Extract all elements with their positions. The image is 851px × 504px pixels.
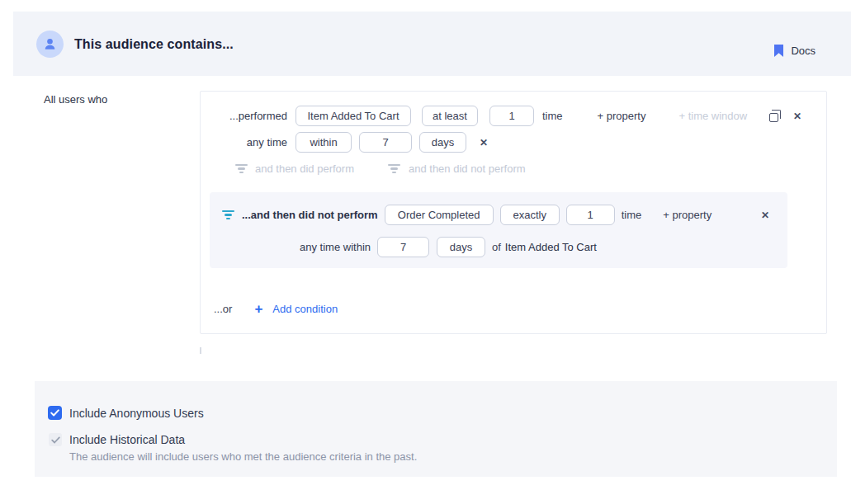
remove-condition-icon[interactable]: ✕	[793, 111, 801, 121]
sub-duration-unit-button[interactable]: days	[437, 237, 485, 257]
condition-panel: ...performed Item Added To Cart at least…	[200, 91, 827, 334]
then-options-row: and then did perform and then did not pe…	[234, 163, 826, 175]
funnel-icon	[388, 164, 401, 174]
historical-data-label[interactable]: Include Historical Data	[69, 433, 185, 446]
subcondition-row: ...and then did not perform Order Comple…	[210, 205, 787, 225]
sub-duration-input[interactable]	[377, 237, 429, 257]
remove-time-window-icon[interactable]: ✕	[480, 138, 488, 148]
anonymous-users-checkbox[interactable]	[48, 406, 62, 420]
remove-subcondition-icon[interactable]: ✕	[761, 210, 769, 220]
and-then-did-not-perform-option[interactable]: and then did not perform	[388, 163, 526, 175]
performed-label: ...performed	[201, 110, 287, 122]
or-label: ...or	[214, 303, 232, 315]
subcondition-time-row: any time within days of Item Added To Ca…	[210, 237, 787, 257]
historical-data-description: The audience will include users who met …	[69, 450, 417, 463]
sub-time-unit-label: time	[622, 209, 642, 221]
check-icon	[50, 409, 59, 417]
within-select-button[interactable]: within	[295, 132, 352, 153]
bookmark-icon	[774, 45, 783, 57]
historical-data-checkbox[interactable]	[49, 433, 62, 446]
funnel-icon	[234, 164, 248, 174]
duration-unit-button[interactable]: days	[419, 132, 466, 153]
sub-add-property-button[interactable]: + property	[663, 209, 712, 221]
check-icon-gray	[51, 436, 60, 444]
add-condition-button[interactable]: Add condition	[272, 303, 338, 315]
duration-input[interactable]	[359, 132, 412, 153]
user-icon	[43, 37, 57, 51]
performed-row: ...performed Item Added To Cart at least…	[201, 106, 826, 126]
sub-event-select-button[interactable]: Order Completed	[385, 205, 494, 225]
subcondition-label: ...and then did not perform	[242, 209, 378, 221]
duplicate-condition-icon[interactable]	[769, 113, 778, 122]
audience-options-panel: Include Anonymous Users Include Historic…	[35, 381, 837, 477]
and-then-did-perform-label: and then did perform	[255, 163, 354, 175]
operator-select-button[interactable]: at least	[422, 106, 478, 126]
add-time-window-button[interactable]: + time window	[678, 110, 747, 122]
count-input[interactable]	[489, 106, 534, 126]
all-users-who-label: All users who	[44, 93, 107, 106]
funnel-icon-active	[221, 210, 234, 220]
and-then-did-not-perform-label: and then did not perform	[409, 163, 526, 175]
sub-any-time-within-label: any time within	[210, 241, 371, 253]
any-time-label: any time	[201, 136, 287, 148]
anonymous-users-label[interactable]: Include Anonymous Users	[69, 407, 204, 420]
subcondition-panel: ...and then did not perform Order Comple…	[210, 192, 787, 268]
time-window-row: any time within days ✕	[201, 132, 826, 153]
sub-count-input[interactable]	[566, 205, 615, 225]
docs-label: Docs	[791, 45, 816, 57]
plus-icon: +	[254, 302, 262, 316]
audience-header: This audience contains... Docs	[13, 12, 851, 76]
page-title: This audience contains...	[74, 37, 234, 52]
panel-tick-mark	[200, 347, 201, 354]
avatar	[36, 31, 64, 58]
time-unit-label: time	[542, 110, 563, 122]
and-then-did-perform-option[interactable]: and then did perform	[234, 163, 354, 175]
of-event-label: Item Added To Cart	[505, 241, 597, 253]
event-select-button[interactable]: Item Added To Cart	[295, 106, 411, 126]
docs-button[interactable]: Docs	[774, 45, 816, 57]
sub-operator-select-button[interactable]: exactly	[500, 205, 560, 225]
of-label: of	[492, 241, 501, 253]
add-property-button[interactable]: + property	[598, 110, 646, 122]
add-condition-row: ...or + Add condition	[214, 302, 338, 316]
